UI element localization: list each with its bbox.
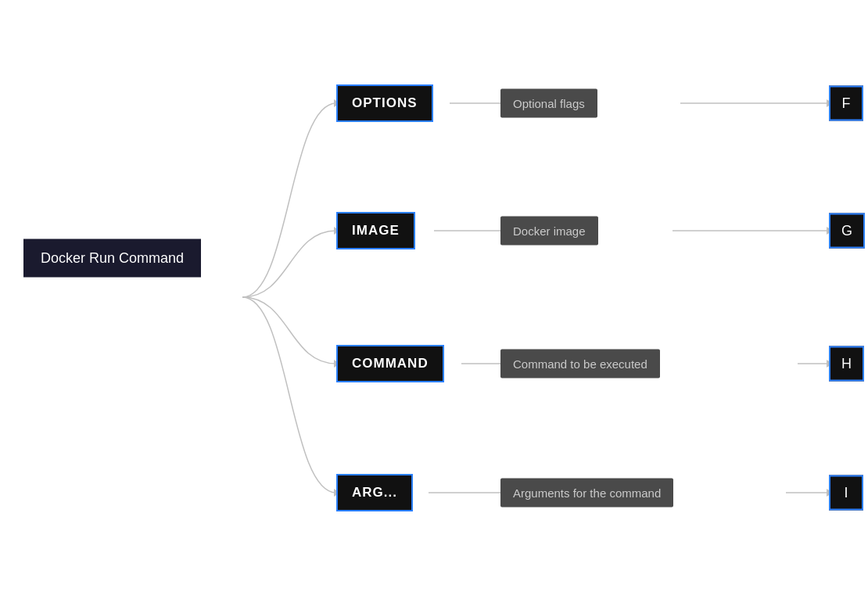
command-node: COMMAND: [336, 345, 444, 382]
arg-letter: I: [829, 475, 863, 511]
options-node: OPTIONS: [336, 84, 433, 122]
image-node: IMAGE: [336, 212, 415, 249]
root-label: Docker Run Command: [41, 250, 184, 267]
command-label: COMMAND: [352, 356, 429, 371]
diagram-container: Docker Run Command OPTIONS Optional flag…: [0, 0, 868, 592]
options-label: OPTIONS: [352, 95, 418, 111]
command-desc: Command to be executed: [500, 350, 660, 379]
arg-desc: Arguments for the command: [500, 479, 673, 508]
image-label: IMAGE: [352, 223, 400, 239]
options-letter-text: F: [842, 95, 851, 112]
command-desc-text: Command to be executed: [513, 357, 647, 371]
connections-svg: [0, 0, 868, 592]
image-letter: G: [829, 213, 865, 249]
options-desc-text: Optional flags: [513, 97, 585, 110]
arg-letter-text: I: [844, 485, 848, 501]
image-letter-text: G: [841, 223, 852, 239]
command-letter-text: H: [841, 356, 852, 372]
arg-label: ARG...: [352, 485, 397, 501]
options-letter: F: [829, 86, 863, 121]
image-desc-text: Docker image: [513, 224, 586, 238]
image-desc: Docker image: [500, 217, 598, 246]
arg-node: ARG...: [336, 474, 413, 511]
arg-desc-text: Arguments for the command: [513, 486, 661, 500]
root-node: Docker Run Command: [23, 239, 201, 278]
options-desc: Optional flags: [500, 89, 597, 118]
command-letter: H: [829, 346, 864, 382]
